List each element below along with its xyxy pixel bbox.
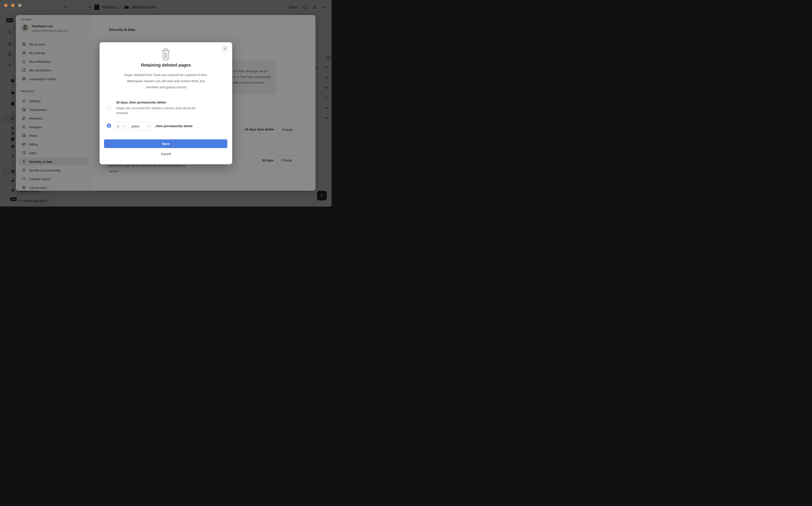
chevron-down-icon xyxy=(123,125,125,127)
cancel-button[interactable]: Cancel xyxy=(99,152,232,156)
chevron-down-icon xyxy=(147,125,149,127)
radio-30-days[interactable] xyxy=(107,105,111,109)
dialog-description: Pages deleted from Trash are retained fo… xyxy=(99,72,232,90)
close-icon[interactable]: ✕ xyxy=(221,45,228,52)
option-custom-suffix: , then permanently delete xyxy=(154,124,193,128)
zoom-window-button[interactable] xyxy=(18,4,21,7)
notion-window: « ‹ › + Marketing / Marketing tasks Shar… xyxy=(0,0,332,206)
save-button[interactable]: Save xyxy=(104,139,227,148)
close-window-button[interactable] xyxy=(4,4,7,7)
radio-custom-period[interactable] xyxy=(107,123,111,128)
minimize-window-button[interactable] xyxy=(11,4,14,7)
retention-dialog: ✕ Retaining deleted pages Pages deleted … xyxy=(99,42,232,164)
trash-icon xyxy=(160,48,171,61)
option-30-days-subtitle: Pages are removed from Notion's servers … xyxy=(116,106,196,115)
number-select[interactable]: 2 xyxy=(114,122,127,130)
dialog-title: Retaining deleted pages xyxy=(99,63,232,68)
unit-select[interactable]: years xyxy=(129,122,152,130)
option-30-days-title: 30 days, then permanently delete xyxy=(116,100,166,104)
